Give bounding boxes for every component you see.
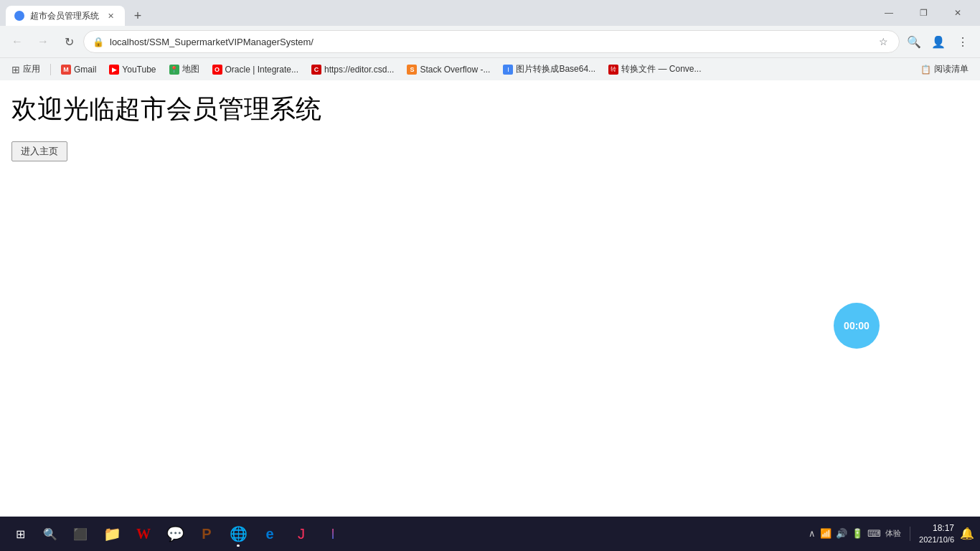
oracle-label: Oracle | Integrate... — [225, 65, 299, 75]
taskbar-app-file-explorer[interactable]: 📁 — [98, 519, 126, 548]
active-tab[interactable]: 超市会员管理系统 ✕ — [6, 6, 125, 26]
keyboard-icon[interactable]: ⌨ — [867, 528, 881, 539]
bookmark-convert-file[interactable]: 转 转换文件 — Conve... — [603, 62, 707, 77]
maps-favicon: 📍 — [169, 65, 179, 75]
taskbar: ⊞ 🔍 ⬛ 📁 W 💬 P — [0, 517, 980, 551]
taskbar-app-idea[interactable]: I — [319, 519, 347, 548]
csdn-label: https://editor.csd... — [324, 65, 394, 75]
volume-icon[interactable]: 🔊 — [836, 528, 847, 539]
wps-pdf-icon: P — [202, 526, 211, 542]
bookmark-maps[interactable]: 📍 地图 — [164, 62, 205, 77]
idea-icon: I — [331, 526, 335, 542]
system-tray-expand[interactable]: ∧ — [809, 528, 816, 539]
reading-list-icon: 📋 — [920, 65, 931, 75]
tab-title: 超市会员管理系统 — [30, 10, 99, 22]
browser-frame: 超市会员管理系统 ✕ + — ❐ ✕ ← → ↻ 🔒 localhost/SSM… — [0, 0, 980, 551]
title-bar: 超市会员管理系统 ✕ + — ❐ ✕ — [0, 0, 980, 26]
wechat-icon: 💬 — [166, 525, 184, 542]
close-button[interactable]: ✕ — [941, 0, 974, 26]
taskbar-apps: 📁 W 💬 P 🌐 e J — [98, 519, 806, 548]
jetbrains-icon: J — [298, 526, 305, 542]
bookmark-apps[interactable]: ⊞ 应用 — [6, 62, 46, 77]
refresh-button[interactable]: ↻ — [57, 30, 80, 53]
bookmark-stackoverflow[interactable]: S Stack Overflow -... — [401, 63, 496, 76]
gmail-favicon: M — [61, 65, 71, 75]
welcome-heading: 欢迎光临超市会员管理系统 — [11, 92, 969, 127]
lock-icon: 🔒 — [93, 37, 104, 47]
convert-file-label: 转换文件 — Conve... — [621, 63, 701, 75]
address-text: localhost/SSM_SupermarketVIPManagerSyste… — [110, 37, 870, 47]
bookmark-youtube[interactable]: ▶ YouTube — [103, 63, 161, 76]
apps-label: 应用 — [23, 63, 40, 75]
wps-icon: W — [136, 526, 151, 542]
bookmark-oracle[interactable]: O Oracle | Integrate... — [207, 63, 305, 76]
forward-button[interactable]: → — [32, 30, 55, 53]
taskbar-app-wechat[interactable]: 💬 — [161, 519, 189, 548]
csdn-favicon: C — [311, 65, 321, 75]
maximize-button[interactable]: ❐ — [907, 0, 940, 26]
notification-button[interactable]: 🔔 — [960, 527, 974, 540]
star-icon[interactable]: ☆ — [876, 34, 890, 49]
bookmarks-bar: ⊞ 应用 M Gmail ▶ YouTube 📍 地图 O Oracle | I… — [0, 57, 980, 80]
task-view-button[interactable]: ⬛ — [66, 519, 95, 548]
convert-file-favicon: 转 — [608, 65, 618, 75]
search-icon[interactable]: 🔍 — [903, 30, 925, 53]
bookmark-gmail[interactable]: M Gmail — [55, 63, 102, 76]
system-clock[interactable]: 18:17 2021/10/6 — [919, 523, 954, 545]
reading-list-label: 阅读清单 — [934, 63, 969, 75]
stackoverflow-label: Stack Overflow -... — [420, 65, 490, 75]
chrome-icon: 🌐 — [230, 525, 248, 542]
enter-main-page-button[interactable]: 进入主页 — [11, 141, 67, 161]
clock-time: 18:17 — [919, 523, 954, 534]
start-button[interactable]: ⊞ — [6, 519, 34, 548]
address-bar[interactable]: 🔒 localhost/SSM_SupermarketVIPManagerSys… — [83, 30, 900, 53]
taskbar-app-jetbrains[interactable]: J — [287, 519, 316, 548]
bookmark-image-convert[interactable]: I 图片转换成Base64... — [497, 62, 601, 77]
minimize-button[interactable]: — — [872, 0, 905, 26]
taskbar-search-button[interactable]: 🔍 — [36, 519, 65, 548]
page-content: 欢迎光临超市会员管理系统 进入主页 00:00 — [0, 80, 980, 517]
taskbar-divider — [910, 527, 910, 541]
window-controls: — ❐ ✕ — [872, 0, 974, 26]
image-convert-favicon: I — [503, 65, 513, 75]
tab-favicon — [14, 11, 24, 21]
navigation-bar: ← → ↻ 🔒 localhost/SSM_SupermarketVIPMana… — [0, 26, 980, 57]
taskbar-search-icon: 🔍 — [43, 527, 57, 541]
taskbar-app-chrome[interactable]: 🌐 — [224, 519, 253, 548]
stackoverflow-favicon: S — [407, 65, 417, 75]
taskbar-right: ∧ 📶 🔊 🔋 ⌨ 体验 18:17 2021/10/6 🔔 — [809, 523, 974, 545]
reading-list-button[interactable]: 📋 阅读清单 — [915, 62, 974, 77]
gmail-label: Gmail — [74, 65, 96, 75]
bookmark-csdn[interactable]: C https://editor.csd... — [306, 63, 400, 76]
battery-icon[interactable]: 🔋 — [852, 528, 863, 539]
taskbar-app-edge[interactable]: e — [255, 519, 284, 548]
new-tab-button[interactable]: + — [128, 6, 148, 26]
nav-right-icons: 🔍 👤 ⋮ — [903, 30, 974, 53]
taskbar-app-wps[interactable]: W — [129, 519, 158, 548]
taskbar-app-wps-pdf[interactable]: P — [192, 519, 221, 548]
edge-icon: e — [265, 526, 273, 542]
clock-date: 2021/10/6 — [919, 534, 954, 545]
file-explorer-icon: 📁 — [103, 525, 121, 542]
image-convert-label: 图片转换成Base64... — [516, 63, 595, 75]
task-view-icon: ⬛ — [73, 527, 88, 541]
timer-widget[interactable]: 00:00 — [834, 303, 880, 349]
tab-close-button[interactable]: ✕ — [105, 10, 116, 22]
apps-grid-icon: ⊞ — [11, 64, 20, 75]
menu-icon[interactable]: ⋮ — [951, 30, 974, 53]
youtube-label: YouTube — [122, 65, 156, 75]
account-icon[interactable]: 👤 — [927, 30, 950, 53]
ime-label[interactable]: 体验 — [885, 528, 901, 539]
system-icons: ∧ 📶 🔊 🔋 ⌨ 体验 — [809, 528, 901, 539]
maps-label: 地图 — [182, 63, 199, 75]
taskbar-left: ⊞ 🔍 ⬛ — [6, 519, 95, 548]
youtube-favicon: ▶ — [109, 65, 119, 75]
bookmark-separator — [50, 64, 51, 75]
address-bar-icons: ☆ — [876, 34, 890, 49]
network-icon[interactable]: 📶 — [820, 528, 831, 539]
oracle-favicon: O — [212, 65, 222, 75]
start-icon: ⊞ — [16, 527, 25, 541]
tab-area: 超市会员管理系统 ✕ + — [6, 0, 867, 26]
back-button[interactable]: ← — [6, 30, 29, 53]
